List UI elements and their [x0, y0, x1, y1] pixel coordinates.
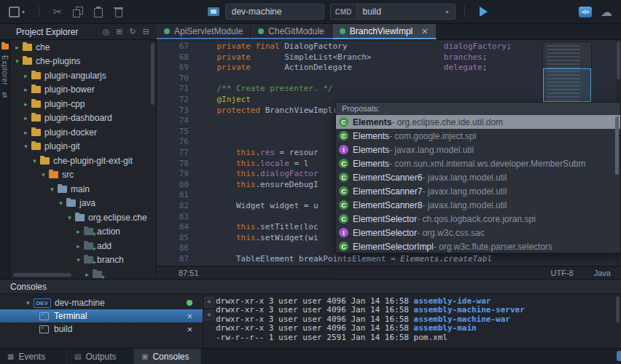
class-icon: C	[339, 131, 348, 141]
focus-icon[interactable]: ◎	[103, 27, 110, 36]
line-number: 71	[157, 84, 189, 95]
file-status-icon	[164, 28, 170, 34]
proposal-item[interactable]: CElementSelectorImpl - org.w3c.flute.par…	[336, 240, 620, 253]
process-terminal[interactable]: Terminal ×	[0, 309, 203, 323]
tree-horizontal-scrollbar[interactable]	[13, 273, 148, 277]
code-preview-icon[interactable]: </>	[579, 7, 592, 17]
project-cube-icon	[9, 7, 20, 17]
minimap-viewport[interactable]	[543, 68, 591, 102]
proposals-scrollbar[interactable]	[615, 116, 619, 250]
console-scrollbar[interactable]	[616, 296, 620, 346]
tree-item-org.eclipse.che[interactable]: ▾org.eclipse.che	[10, 210, 156, 225]
link-with-editor-icon[interactable]: ⊞	[116, 27, 122, 36]
proposal-item[interactable]: IElementSelector - org.w3c.css.sac	[336, 226, 620, 240]
process-dev-machine[interactable]: ▾ DEV dev-machine	[0, 296, 203, 309]
proposal-item[interactable]: CElementScanner7 - javax.lang.model.util	[336, 184, 620, 198]
encoding-indicator[interactable]: UTF-8	[551, 269, 574, 277]
tree-item-branch[interactable]: ▾+branch	[10, 253, 156, 268]
console-output[interactable]: drwxr-xr-x 3 user user 4096 Jan 14 16:58…	[216, 297, 614, 348]
chevron-right-icon[interactable]: ▸	[22, 72, 30, 79]
tree-item-main[interactable]: ▾main	[10, 182, 156, 197]
cloud-icon[interactable]: ☁	[601, 5, 612, 19]
strip-label: Explorer	[1, 55, 9, 85]
tree-item-plugin-docker[interactable]: ▸plugin-docker	[10, 125, 156, 140]
editor-tab-ApiServletModule[interactable]: ApiServletModule	[157, 24, 251, 39]
consoles-panel: Consoles ▾ DEV dev-machine Terminal × bu…	[0, 279, 621, 348]
editor-tab-BranchViewImpl[interactable]: BranchViewImpl×	[332, 24, 437, 39]
chevron-down-icon[interactable]: ▾	[74, 256, 82, 264]
close-tab-icon[interactable]: ×	[421, 26, 429, 36]
proposal-item[interactable]: CElementScanner6 - javax.lang.model.util	[336, 170, 620, 184]
collapse-all-icon[interactable]: ⊟	[143, 27, 149, 36]
copy-icon[interactable]	[73, 7, 83, 17]
chevron-right-icon[interactable]: ▸	[13, 44, 21, 51]
tree-item-src[interactable]: ▾src	[10, 168, 156, 183]
panel-resize-handle[interactable]	[617, 351, 621, 361]
tab-consoles[interactable]: Consoles	[134, 349, 201, 364]
cut-icon[interactable]: ✂	[53, 6, 62, 17]
run-button[interactable]	[480, 7, 488, 17]
tree-item-plugin-bower[interactable]: ▸plugin-bower	[10, 83, 156, 98]
scrollbar-thumb[interactable]	[151, 43, 155, 105]
chevron-down-icon[interactable]: ▾	[57, 199, 65, 207]
close-icon[interactable]: ×	[187, 325, 192, 334]
chevron-down-icon[interactable]: ▾	[39, 171, 47, 178]
plus-button[interactable]: +	[204, 297, 214, 307]
proposal-item[interactable]: CElements - com.google.inject.spi	[336, 129, 620, 143]
process-build[interactable]: build ×	[0, 323, 203, 336]
delete-icon[interactable]	[114, 7, 123, 17]
tree-item-action[interactable]: ▸+action	[10, 225, 156, 240]
plus-button[interactable]: +	[204, 310, 214, 320]
interface-icon: I	[339, 228, 348, 237]
machine-selector[interactable]: dev-machine	[225, 4, 324, 20]
chevron-down-icon[interactable]: ▾	[26, 299, 30, 306]
proposal-item[interactable]: CElementSelector - ch.qos.logback.core.j…	[336, 212, 620, 226]
swap-panel-icon[interactable]: ⇅	[1, 91, 7, 99]
scrollbar-thumb[interactable]	[617, 41, 620, 79]
refresh-icon[interactable]: ↻	[130, 27, 136, 36]
tree-item-che-plugins[interactable]: ▾che-plugins	[10, 55, 156, 69]
chevron-right-icon[interactable]: ▸	[22, 129, 30, 136]
proposal-item[interactable]: CElementScanner8 - javax.lang.model.util	[336, 198, 620, 212]
tree-item-che[interactable]: ▸che	[10, 40, 156, 55]
close-icon[interactable]: ×	[187, 312, 192, 321]
scrollbar-thumb[interactable]	[615, 116, 619, 175]
tree-item-plugin-cpp[interactable]: ▸plugin-cpp	[10, 97, 156, 111]
chevron-down-icon[interactable]: ▾	[31, 157, 39, 165]
editor-tab-CheGitModule[interactable]: CheGitModule	[251, 24, 332, 39]
proposal-item[interactable]: CElements - org.eclipse.che.ide.util.dom	[336, 115, 620, 129]
command-selector[interactable]: build▾	[356, 4, 456, 20]
tree-item-plugin-git[interactable]: ▾plugin-git	[10, 140, 156, 154]
proposal-item[interactable]: IElements - javax.lang.model.util	[336, 143, 620, 157]
proposals-title: Proposals:	[336, 103, 620, 115]
tree-vertical-scrollbar[interactable]	[151, 43, 155, 261]
chevron-down-icon[interactable]: ▾	[13, 58, 21, 65]
scrollbar-thumb[interactable]	[616, 296, 620, 323]
paste-icon[interactable]	[94, 7, 103, 17]
scrollbar-thumb[interactable]	[13, 273, 71, 277]
tab-events[interactable]: Events	[0, 349, 67, 364]
toolbar-left-group: ▾ ✂	[0, 6, 123, 17]
chevron-down-icon[interactable]: ▾	[48, 186, 56, 193]
tree-item-che-plugin-git-ext-git[interactable]: ▾che-plugin-git-ext-git	[10, 154, 156, 168]
chevron-right-icon[interactable]: ▸	[22, 86, 30, 93]
chevron-right-icon[interactable]: ▸	[22, 100, 30, 108]
chevron-down-icon[interactable]: ▾	[66, 214, 74, 221]
chevron-right-icon[interactable]: ▸	[74, 228, 82, 235]
explorer-strip: Explorer ⇅	[0, 40, 10, 279]
minimap[interactable]	[542, 41, 592, 104]
class-icon: C	[339, 186, 348, 196]
chevron-down-icon[interactable]: ▾	[22, 143, 30, 150]
proposal-item[interactable]: CElements - com.sun.xml.internal.ws.deve…	[336, 157, 620, 170]
line-number: 70	[157, 74, 189, 84]
chevron-right-icon[interactable]: ▸	[74, 242, 82, 250]
tree-item-plugin-dashboard[interactable]: ▸plugin-dashboard	[10, 111, 156, 126]
project-folder-icon[interactable]	[1, 44, 9, 50]
folder-icon	[31, 143, 41, 150]
tree-item-plugin-angularjs[interactable]: ▸plugin-angularjs	[10, 68, 156, 83]
tree-item-add[interactable]: ▸+add	[10, 239, 156, 253]
tab-outputs[interactable]: Outputs	[67, 349, 134, 364]
project-menu-icon[interactable]: ▾	[9, 7, 25, 17]
chevron-right-icon[interactable]: ▸	[22, 114, 30, 122]
tree-item-java[interactable]: ▾java	[10, 197, 156, 211]
